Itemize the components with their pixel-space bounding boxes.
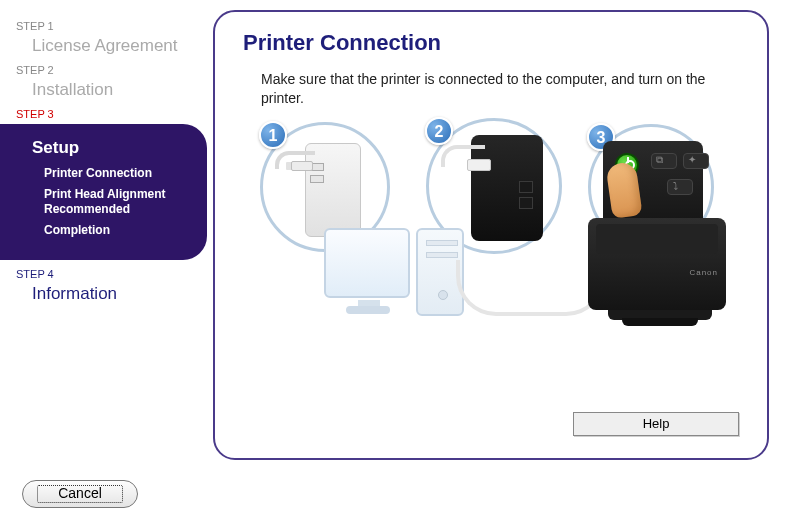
- step2-title: Installation: [0, 80, 207, 100]
- step1-label: STEP 1: [0, 20, 207, 32]
- badge-1: 1: [259, 121, 287, 149]
- step2-label: STEP 2: [0, 64, 207, 76]
- cancel-button[interactable]: Cancel: [22, 480, 138, 508]
- footer: Cancel: [0, 472, 787, 528]
- step3-title: Setup: [32, 138, 197, 158]
- substep-completion: Completion: [44, 223, 197, 238]
- monitor-icon: [324, 228, 410, 298]
- usb-cable-icon: [456, 260, 606, 316]
- step3-panel: Setup Printer Connection Print Head Alig…: [0, 124, 207, 260]
- instruction-text: Make sure that the printer is connected …: [261, 70, 739, 108]
- step4-title: Information: [0, 284, 207, 304]
- illustration: 1 2 3 ⧉✦⤵: [256, 122, 726, 322]
- page-title: Printer Connection: [243, 30, 739, 56]
- badge-2: 2: [425, 117, 453, 145]
- substep-printer-connection: Printer Connection: [44, 166, 197, 181]
- step1-title: License Agreement: [0, 36, 207, 56]
- printer-icon: Canon: [588, 218, 726, 310]
- step4-label: STEP 4: [0, 268, 207, 280]
- substep-print-head-alignment: Print Head Alignment Recommended: [44, 187, 197, 217]
- wizard-container: STEP 1 License Agreement STEP 2 Installa…: [0, 0, 787, 468]
- cancel-button-label: Cancel: [58, 485, 102, 501]
- sidebar: STEP 1 License Agreement STEP 2 Installa…: [0, 0, 207, 468]
- help-button[interactable]: Help: [573, 412, 739, 436]
- main-area: Printer Connection Make sure that the pr…: [207, 0, 787, 468]
- content-card: Printer Connection Make sure that the pr…: [213, 10, 769, 460]
- step3-label: STEP 3: [0, 108, 207, 120]
